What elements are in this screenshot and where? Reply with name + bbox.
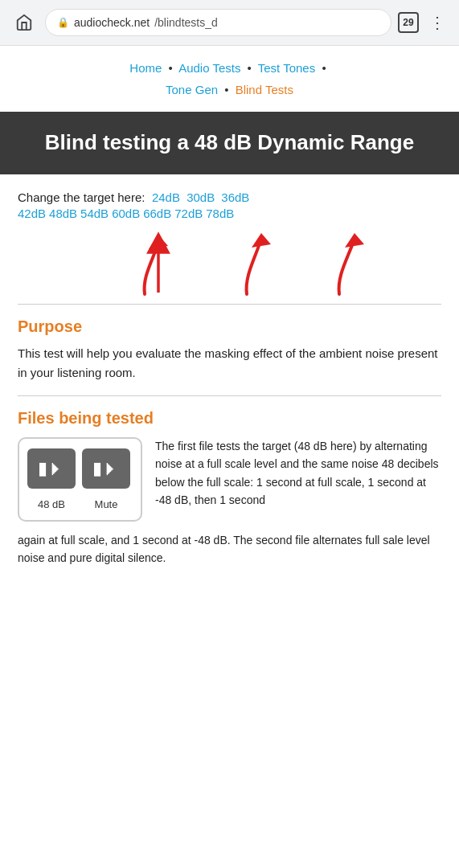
- target-link-36dB[interactable]: 36dB: [221, 190, 249, 204]
- target-link-66dB[interactable]: 66dB: [143, 207, 171, 220]
- files-title: Files being tested: [18, 409, 441, 428]
- play-button-2[interactable]: ▮⏵: [82, 448, 130, 489]
- target-links-row2: 42dB 48dB 54dB 60dB 66dB 72dB 78dB: [18, 207, 441, 220]
- target-link-24dB[interactable]: 24dB: [152, 190, 180, 204]
- page-title: Blind testing a 48 dB Dynamic Range: [19, 129, 440, 157]
- nav-audio-tests[interactable]: Audio Tests: [178, 61, 240, 75]
- target-links-row1: 24dB 30dB 36dB: [149, 190, 249, 204]
- files-description-full: again at full scale, and 1 second at -48…: [18, 531, 441, 567]
- files-description-short: The first file tests the target (48 dB h…: [155, 437, 441, 510]
- breadcrumb: Home • Audio Tests • Test Tones • Tone G…: [0, 46, 459, 112]
- target-label: Change the target here:: [18, 190, 145, 204]
- player-box: ▮⏵ ▮⏵ 48 dB Mute: [18, 437, 142, 522]
- target-link-30dB[interactable]: 30dB: [186, 190, 215, 204]
- divider-2: [18, 395, 441, 396]
- play-button-1[interactable]: ▮⏵: [27, 448, 76, 489]
- home-button[interactable]: [10, 8, 39, 37]
- main-content: Change the target here: 24dB 30dB 36dB 4…: [0, 174, 459, 583]
- target-link-54dB[interactable]: 54dB: [80, 207, 109, 220]
- purpose-text: This test will help you evaluate the mas…: [18, 344, 441, 383]
- nav-current: Blind Tests: [236, 83, 293, 96]
- target-link-72dB[interactable]: 72dB: [174, 207, 203, 220]
- files-section: Files being tested ▮⏵ ▮⏵ 48 dB Mute: [18, 409, 441, 567]
- hero-header: Blind testing a 48 dB Dynamic Range: [0, 112, 459, 174]
- divider-1: [18, 304, 441, 305]
- nav-tone-gen[interactable]: Tone Gen: [166, 83, 218, 96]
- target-section: Change the target here: 24dB 30dB 36dB 4…: [18, 190, 441, 220]
- purpose-section: Purpose This test will help you evaluate…: [18, 317, 441, 383]
- nav-dot-4: •: [224, 83, 228, 96]
- svg-marker-4: [345, 233, 364, 248]
- target-link-78dB[interactable]: 78dB: [206, 207, 234, 220]
- player-buttons: ▮⏵ ▮⏵: [27, 448, 133, 489]
- arrows-annotation: [18, 228, 441, 301]
- url-domain: audiocheck.net: [74, 16, 150, 29]
- address-bar[interactable]: 🔒 audiocheck.net/blindtests_d: [45, 9, 391, 36]
- menu-button[interactable]: ⋮: [425, 13, 449, 32]
- nav-home[interactable]: Home: [129, 61, 162, 75]
- target-link-42dB[interactable]: 42dB: [18, 207, 46, 220]
- nav-dot-1: •: [169, 61, 173, 75]
- svg-marker-3: [252, 233, 271, 248]
- target-link-60dB[interactable]: 60dB: [112, 207, 140, 220]
- browser-chrome: 🔒 audiocheck.net/blindtests_d 29 ⋮: [0, 0, 459, 46]
- files-content: ▮⏵ ▮⏵ 48 dB Mute The first file tests th…: [18, 437, 441, 522]
- nav-dot-2: •: [248, 61, 252, 75]
- lock-icon: 🔒: [57, 17, 69, 28]
- purpose-title: Purpose: [18, 317, 441, 336]
- nav-test-tones[interactable]: Test Tones: [258, 61, 315, 75]
- player-label-1: 48 dB: [27, 498, 76, 510]
- tab-count[interactable]: 29: [398, 12, 419, 33]
- nav-dot-3: •: [322, 61, 326, 75]
- url-path: /blindtests_d: [154, 16, 218, 29]
- player-labels: 48 dB Mute: [27, 498, 133, 510]
- player-label-2: Mute: [82, 498, 130, 510]
- target-link-48dB[interactable]: 48dB: [49, 207, 77, 220]
